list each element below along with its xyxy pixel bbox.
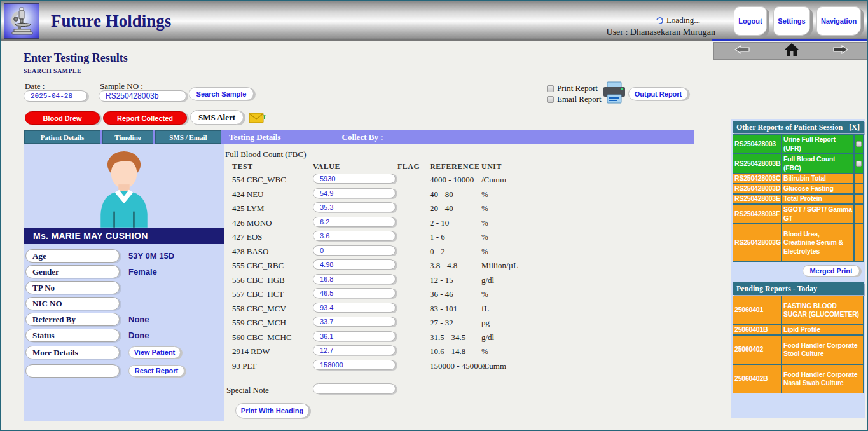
forward-arrow-icon[interactable] — [833, 45, 848, 57]
test-unit: /Cumm — [481, 361, 506, 371]
report-checkbox[interactable] — [856, 161, 862, 167]
col-unit: UNIT — [481, 162, 502, 172]
app-logo — [4, 3, 39, 39]
pending-report-row[interactable]: 25060402 Food Handler Corporate Stool Cu… — [733, 335, 864, 364]
referred-by-value: None — [128, 315, 149, 324]
print-report-checkbox[interactable] — [547, 85, 554, 92]
navigation-button[interactable]: Navigation — [816, 6, 861, 36]
home-icon[interactable] — [785, 43, 799, 58]
other-reports-title: Other Reports of Patient Session — [736, 121, 843, 133]
print-report-option: Print Report — [547, 83, 598, 93]
print-with-heading-button[interactable]: Print With Heading — [235, 403, 309, 418]
special-note-label: Special Note — [226, 385, 269, 395]
tab-timeline[interactable]: Timeline — [102, 130, 153, 144]
output-report-button[interactable]: Output Report — [628, 87, 688, 100]
view-patient-button[interactable]: View Patient — [128, 346, 181, 359]
test-value-input[interactable] — [313, 288, 396, 298]
test-reference: 31.5 - 34.5 — [430, 332, 465, 343]
test-value-input[interactable] — [313, 217, 396, 227]
report-checkbox-cell — [854, 194, 864, 204]
pending-id: 25060401B — [733, 325, 782, 335]
test-row: 555 CBC_RBC 3.8 - 4.8 Million/µL — [225, 259, 734, 273]
special-note-input[interactable] — [313, 383, 396, 394]
other-report-row[interactable]: RS250428003F SGOT / SGPT/ Gamma GT — [733, 204, 864, 224]
nicno-label: NIC NO — [25, 297, 120, 310]
report-name: SGOT / SGPT/ Gamma GT — [782, 204, 854, 224]
report-id: RS250428003 — [733, 134, 782, 154]
other-report-row[interactable]: RS250428003 Urine Full Report (UFR) — [733, 134, 864, 154]
report-checkbox-cell — [854, 154, 864, 174]
test-value-input[interactable] — [313, 259, 396, 270]
pending-reports-title: Pending Reports - Today — [736, 282, 817, 295]
report-id: RS250428003F — [733, 204, 782, 224]
test-value-input[interactable] — [313, 345, 396, 355]
test-unit: % — [481, 247, 488, 257]
tab-sms-email[interactable]: SMS / Email — [155, 130, 221, 144]
patient-details-panel: Ms. MARIE MAY CUSHION Age 53Y 0M 15D Gen… — [24, 144, 224, 421]
test-value-input[interactable] — [313, 188, 396, 198]
microscope-icon — [8, 6, 36, 36]
pending-report-row[interactable]: 25060401 FASTING BLOOD SUGAR (GLUCOMETER… — [733, 296, 864, 325]
testing-details-label: Testing Details — [229, 130, 281, 144]
sample-no-input[interactable] — [99, 90, 186, 102]
test-value-input[interactable] — [313, 331, 396, 341]
more-details-label: More Details — [25, 346, 120, 359]
test-value-input[interactable] — [313, 317, 396, 327]
pending-name: Food Handler Corporate Nasal Swab Cultur… — [782, 364, 864, 393]
test-rows: 554 CBC_WBC 4000 - 10000 /Cumm 424 NEU 4… — [225, 173, 734, 373]
other-report-row[interactable]: RS250428003C Bilirubin Total — [733, 174, 864, 184]
pending-report-row[interactable]: 25060401B Lipid Profile — [733, 325, 864, 335]
blood-drew-button[interactable]: Blood Drew — [25, 111, 100, 125]
tab-strip: Patient Details Timeline SMS / Email Tes… — [24, 130, 694, 144]
settings-button[interactable]: Settings — [773, 6, 810, 36]
test-name: 93 PLT — [232, 361, 256, 371]
test-reference: 20 - 40 — [430, 203, 453, 214]
patient-row-tpno: TP No — [24, 280, 224, 296]
merged-print-button[interactable]: Merged Print — [803, 265, 860, 277]
patient-row-status: Status Done — [24, 327, 224, 343]
test-name: 559 CBC_MCH — [232, 318, 286, 328]
other-report-row[interactable]: RS250428003B Full Blood Count (FBC) — [733, 154, 864, 174]
report-name: Blood Urea, Creatinine Serum & Electroly… — [782, 224, 854, 262]
test-value-input[interactable] — [313, 174, 396, 184]
tab-patient-details[interactable]: Patient Details — [24, 130, 100, 144]
test-value-input[interactable] — [313, 245, 396, 256]
test-name: 2914 RDW — [232, 346, 270, 357]
empty-label — [25, 364, 120, 378]
other-report-row[interactable]: RS250428003G Blood Urea, Creatinine Seru… — [733, 224, 864, 262]
close-icon[interactable]: [X] — [849, 121, 860, 133]
test-name: 427 EOS — [232, 232, 262, 242]
report-collected-button[interactable]: Report Collected — [103, 111, 187, 125]
test-row: 424 NEU 40 - 80 % — [225, 188, 734, 202]
report-id: RS250428003D — [733, 184, 782, 194]
other-report-row[interactable]: RS250428003E Total Protein — [733, 194, 864, 204]
sms-alert-button[interactable]: SMS Alert — [190, 110, 244, 125]
test-value-input[interactable] — [313, 231, 396, 241]
report-checkbox-cell — [854, 134, 864, 154]
report-name: Full Blood Count (FBC) — [782, 154, 854, 174]
test-value-input[interactable] — [313, 303, 396, 313]
back-arrow-icon[interactable] — [734, 45, 750, 57]
age-label: Age — [25, 249, 120, 263]
testing-details-panel: Full Blood Count (FBC) TEST VALUE FLAG R… — [225, 144, 734, 421]
test-name: 560 CBC_MCHC — [232, 332, 292, 343]
pending-report-row[interactable]: 25060402B Food Handler Corporate Nasal S… — [733, 364, 864, 393]
search-sample-button[interactable]: Search Sample — [189, 87, 254, 100]
test-value-input[interactable] — [313, 274, 396, 284]
test-name: 555 CBC_RBC — [232, 261, 284, 271]
other-report-row[interactable]: RS250428003D Glucose Fasting — [733, 184, 864, 194]
search-sample-link[interactable]: SEARCH SAMPLE — [24, 67, 81, 74]
test-reference: 3.8 - 4.8 — [430, 261, 457, 271]
email-report-checkbox[interactable] — [547, 96, 554, 103]
email-send-icon[interactable] — [249, 111, 266, 127]
report-checkbox[interactable] — [856, 141, 862, 147]
right-reports-panel: Other Reports of Patient Session [X] RS2… — [731, 119, 865, 418]
date-input[interactable] — [24, 90, 87, 102]
enter-testing-results-screen: Future Holdings Loading... User : Dhanas… — [0, 0, 868, 431]
test-name: 556 CBC_HGB — [232, 275, 285, 285]
patient-name: Ms. MARIE MAY CUSHION — [24, 228, 224, 244]
test-value-input[interactable] — [313, 202, 396, 212]
reset-report-button[interactable]: Reset Report — [128, 365, 184, 377]
test-value-input[interactable] — [313, 360, 396, 370]
logout-button[interactable]: Logout — [734, 6, 767, 36]
